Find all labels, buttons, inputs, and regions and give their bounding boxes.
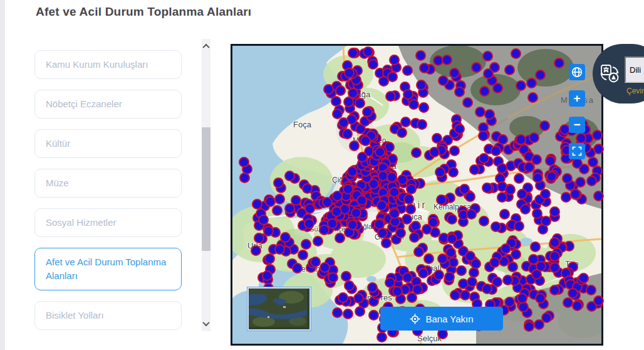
scroll-down-button[interactable]	[202, 319, 210, 329]
map-canvas[interactable]: AliağaFoçaMenemenKarşıyakaÇiğliBornovaMa…	[231, 44, 603, 346]
sidebar-item-nobetci-eczaneler[interactable]: Nöbetçi Eczaneler	[34, 90, 182, 119]
sidebar-item-kamu-kurum-kuruluslari[interactable]: Kamu Kurum Kuruluşları	[34, 50, 182, 79]
map-marker[interactable]	[447, 233, 457, 244]
map-marker[interactable]	[395, 228, 406, 238]
map-marker[interactable]	[389, 187, 400, 198]
map-marker[interactable]	[409, 232, 420, 243]
map-marker[interactable]	[351, 208, 361, 218]
basemap-globe-button[interactable]	[569, 64, 585, 80]
map-marker[interactable]	[356, 195, 367, 206]
map-marker[interactable]	[593, 144, 604, 154]
map-marker[interactable]	[492, 83, 503, 93]
map-marker[interactable]	[400, 117, 411, 127]
map-marker[interactable]	[387, 72, 398, 82]
map-marker[interactable]	[274, 244, 285, 255]
map-marker[interactable]	[310, 257, 321, 267]
map-marker[interactable]	[527, 92, 538, 103]
map-marker[interactable]	[469, 164, 480, 175]
map-marker[interactable]	[298, 250, 308, 260]
map-marker[interactable]	[520, 204, 531, 215]
map-marker[interactable]	[437, 253, 448, 264]
map-marker[interactable]	[280, 232, 291, 243]
map-marker[interactable]	[292, 263, 303, 273]
map-marker[interactable]	[541, 216, 551, 226]
map-marker[interactable]	[357, 152, 368, 162]
map-marker[interactable]	[419, 63, 430, 73]
map-marker[interactable]	[492, 277, 502, 287]
map-marker[interactable]	[449, 146, 460, 156]
map-marker[interactable]	[332, 307, 343, 318]
map-marker[interactable]	[570, 189, 581, 199]
map-marker[interactable]	[578, 273, 589, 284]
map-marker[interactable]	[239, 157, 249, 167]
map-marker[interactable]	[436, 194, 447, 205]
map-marker[interactable]	[517, 293, 527, 304]
sidebar-item-sosyal-hizmetler[interactable]: Sosyal Hizmetler	[34, 208, 182, 237]
map-marker[interactable]	[284, 203, 295, 214]
map-marker[interactable]	[479, 216, 489, 226]
map-marker[interactable]	[301, 239, 311, 250]
map-marker[interactable]	[592, 130, 603, 141]
map-marker[interactable]	[338, 117, 349, 128]
map-marker[interactable]	[353, 293, 364, 304]
map-marker[interactable]	[479, 86, 490, 97]
map-marker[interactable]	[511, 48, 521, 59]
map-marker[interactable]	[368, 310, 379, 321]
map-marker[interactable]	[332, 191, 343, 201]
map-marker[interactable]	[531, 154, 542, 165]
map-marker[interactable]	[423, 253, 434, 264]
map-marker[interactable]	[377, 332, 387, 342]
sidebar-item-muze[interactable]: Müze	[34, 169, 182, 198]
scroll-thumb[interactable]	[202, 127, 210, 251]
map-marker[interactable]	[482, 51, 493, 61]
map-marker[interactable]	[575, 177, 586, 188]
map-marker[interactable]	[374, 219, 385, 230]
map-marker[interactable]	[505, 184, 516, 195]
map-marker[interactable]	[532, 208, 543, 219]
map-marker[interactable]	[385, 91, 396, 102]
map-marker[interactable]	[367, 282, 378, 293]
map-marker[interactable]	[360, 135, 371, 146]
map-marker[interactable]	[403, 89, 413, 100]
map-marker[interactable]	[460, 290, 470, 300]
map-marker[interactable]	[530, 241, 541, 252]
zoom-out-button[interactable]: −	[569, 117, 585, 133]
map-marker[interactable]	[347, 220, 358, 230]
map-marker[interactable]	[363, 46, 373, 57]
map-marker[interactable]	[497, 163, 507, 174]
map-marker[interactable]	[355, 306, 365, 317]
map-marker[interactable]	[470, 258, 481, 269]
fullscreen-button[interactable]	[569, 143, 585, 159]
map-marker[interactable]	[586, 285, 596, 295]
map-marker[interactable]	[273, 178, 284, 188]
map-marker[interactable]	[539, 120, 550, 131]
map-marker[interactable]	[254, 233, 264, 243]
map-marker[interactable]	[549, 251, 560, 262]
map-marker[interactable]	[252, 199, 262, 209]
sidebar-scrollbar[interactable]	[202, 39, 210, 331]
map-marker[interactable]	[327, 218, 338, 229]
map-marker[interactable]	[572, 300, 583, 311]
map-marker[interactable]	[593, 191, 604, 201]
near-me-button[interactable]: Bana Yakın	[380, 307, 503, 331]
map-marker[interactable]	[517, 189, 527, 199]
map-marker[interactable]	[529, 132, 539, 143]
map-marker[interactable]	[586, 176, 597, 186]
map-marker[interactable]	[449, 68, 460, 78]
map-marker[interactable]	[442, 55, 452, 65]
map-marker[interactable]	[448, 167, 459, 178]
map-marker[interactable]	[499, 209, 510, 220]
map-marker[interactable]	[385, 277, 395, 288]
map-marker[interactable]	[342, 129, 353, 139]
map-marker[interactable]	[415, 50, 426, 61]
map-marker[interactable]	[456, 265, 467, 276]
map-marker[interactable]	[251, 245, 261, 256]
translate-link[interactable]: Çevir	[626, 87, 644, 95]
zoom-in-button[interactable]: +	[569, 90, 585, 107]
map-marker[interactable]	[335, 233, 345, 243]
map-marker[interactable]	[322, 197, 333, 208]
map-marker[interactable]	[475, 107, 486, 117]
map-marker[interactable]	[405, 204, 416, 215]
map-marker[interactable]	[397, 174, 408, 185]
map-marker[interactable]	[413, 247, 424, 257]
